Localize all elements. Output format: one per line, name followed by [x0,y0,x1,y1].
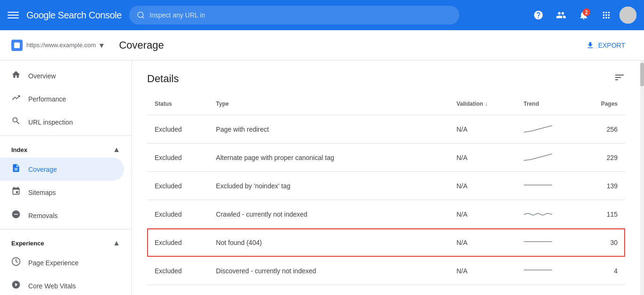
row-status: Excluded [147,257,208,285]
row-validation: N/A [449,172,516,200]
removals-label: Removals [28,212,58,219]
page-title: Coverage [119,39,164,51]
experience-section-header[interactable]: Experience ▲ [0,231,132,251]
table-row[interactable]: Excluded Crawled - currently not indexed… [147,200,625,228]
help-button[interactable] [529,6,548,25]
export-label: EXPORT [598,42,625,49]
experience-section-label: Experience [11,240,44,247]
details-title: Details [147,73,179,85]
page-experience-label: Page Experience [28,259,79,267]
sidebar-item-performance[interactable]: Performance [0,87,124,110]
row-status: Excluded [147,172,208,200]
core-web-vitals-icon [11,280,21,292]
sort-icon: ↓ [485,101,487,107]
chevron-up-icon: ▲ [113,145,120,154]
site-name: https://www.example.com [26,42,96,49]
search-input[interactable] [149,11,452,19]
table-row[interactable]: Excluded Page with redirect N/A 256 [147,115,625,143]
sidebar-item-removals[interactable]: Removals [0,204,124,227]
row-type: Page with redirect [208,115,449,143]
topbar: Google Search Console 2 [0,0,644,30]
row-status: Excluded [147,115,208,143]
sidebar-item-overview[interactable]: Overview [0,64,124,87]
core-web-vitals-label: Core Web Vitals [28,282,76,290]
row-type: Crawled - currently not indexed [208,200,449,228]
search-icon [137,11,145,19]
index-section-header[interactable]: Index ▲ [0,138,132,158]
table-row[interactable]: Excluded Excluded by 'noindex' tag N/A 1… [147,172,625,200]
col-validation[interactable]: Validation ↓ [449,97,516,115]
sitemaps-label: Sitemaps [28,189,56,196]
row-pages: 256 [579,115,625,143]
apps-button[interactable] [597,6,616,25]
filter-icon[interactable] [614,72,625,85]
details-table: Status Type Validation ↓ Trend Pages Exc… [147,97,625,295]
right-scrollbar[interactable] [640,60,644,295]
notification-count: 2 [583,8,590,16]
row-type: Discovered - currently not indexed [208,257,449,285]
table-row[interactable]: Excluded Not found (404) N/A 30 [147,228,625,257]
chevron-up-icon-2: ▲ [113,239,120,247]
sidebar-item-coverage[interactable]: Coverage [0,158,124,181]
row-type: Excluded by 'noindex' tag [208,172,449,200]
details-container: Details Status Type Validation ↓ Trend [132,60,640,295]
site-selector[interactable]: https://www.example.com ▾ [11,40,104,51]
sidebar-item-core-web-vitals[interactable]: Core Web Vitals [0,274,124,295]
row-pages: 30 [579,228,625,257]
sidebar: Overview Performance URL inspection Inde… [0,60,132,295]
row-pages: 4 [579,257,625,285]
divider-2 [0,229,132,229]
menu-icon[interactable] [8,9,19,21]
row-validation: N/A [449,143,516,172]
url-inspection-label: URL inspection [28,118,73,126]
row-trend [516,143,579,172]
topbar-actions: 2 [529,6,636,25]
table-row[interactable]: Excluded Duplicate, submitted URL not se… [147,285,625,295]
sidebar-item-sitemaps[interactable]: Sitemaps [0,181,124,204]
row-pages: 115 [579,200,625,228]
content-area: Details Status Type Validation ↓ Trend [132,60,640,295]
performance-icon [11,93,21,105]
notifications-button[interactable]: 2 [574,6,593,25]
row-pages: 229 [579,143,625,172]
row-trend [516,172,579,200]
scrollbar-thumb [640,63,644,86]
coverage-label: Coverage [28,166,57,173]
svg-rect-2 [8,17,19,18]
row-status: Excluded [147,143,208,172]
row-trend [516,200,579,228]
search-small-icon [11,116,21,128]
table-row[interactable]: Excluded Discovered - currently not inde… [147,257,625,285]
row-pages: 3 [579,285,625,295]
divider-1 [0,135,132,136]
col-type: Type [208,97,449,115]
export-icon [586,41,594,50]
row-type: Duplicate, submitted URL not selected as… [208,285,449,295]
main-layout: Overview Performance URL inspection Inde… [0,60,644,295]
row-validation: N/A [449,200,516,228]
row-validation: N/A [449,285,516,295]
col-status: Status [147,97,208,115]
row-type: Alternate page with proper canonical tag [208,143,449,172]
col-pages: Pages [579,97,625,115]
table-row[interactable]: Excluded Alternate page with proper cano… [147,143,625,172]
index-section-label: Index [11,146,27,153]
row-status: Excluded [147,200,208,228]
removals-icon [11,210,21,221]
sidebar-nav: Overview Performance URL inspection Inde… [0,60,132,295]
row-trend [516,228,579,257]
export-button[interactable]: EXPORT [578,37,633,53]
sitemaps-icon [11,186,21,198]
user-avatar[interactable] [619,7,636,24]
row-trend [516,257,579,285]
sidebar-item-page-experience[interactable]: Page Experience [0,251,124,274]
row-validation: N/A [449,115,516,143]
coverage-icon [11,163,21,175]
settings-button[interactable] [552,6,570,25]
overview-label: Overview [28,72,56,80]
search-bar[interactable] [129,6,459,25]
col-trend: Trend [516,97,579,115]
home-icon [11,70,21,82]
details-header: Details [147,72,625,85]
sidebar-item-url-inspection[interactable]: URL inspection [0,110,124,134]
